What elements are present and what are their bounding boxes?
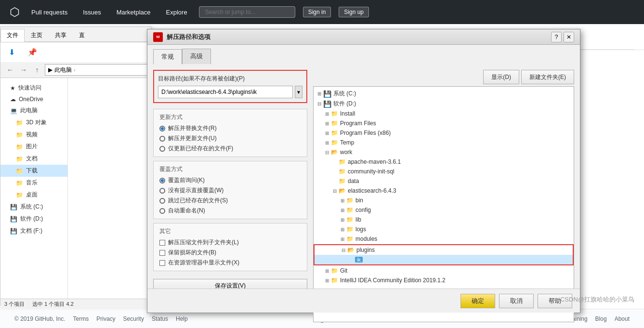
- tree-item-ik[interactable]: ⊞ ik: [315, 255, 573, 264]
- target-path-input[interactable]: [158, 86, 293, 98]
- other-option-2-label: 在资源管理器中显示文件(X): [168, 259, 239, 267]
- update-option-1-label: 解压并更新文件(U): [168, 134, 217, 143]
- tree-expander-plugins[interactable]: ⊟: [340, 246, 347, 254]
- tree-item-install[interactable]: ⊞ 📁 Install: [314, 109, 574, 118]
- sidebar-onedrive-label: OneDrive: [19, 96, 43, 103]
- gh-nav-marketplace[interactable]: Marketplace: [113, 7, 155, 18]
- dialog-tab-general[interactable]: 常规: [153, 49, 182, 65]
- tree-item-community-sql[interactable]: ⊞ 📁 community-init-sql: [314, 167, 574, 176]
- tree-expander-config[interactable]: ⊞: [339, 206, 346, 214]
- sidebar-item-f-drive[interactable]: 💾 文档 (F:): [0, 225, 67, 237]
- footer-blog[interactable]: Blog: [595, 315, 607, 322]
- tree-expander-d[interactable]: ⊟: [315, 100, 323, 108]
- tree-expander-temp[interactable]: ⊞: [323, 139, 331, 146]
- dialog-close-btn[interactable]: ✕: [564, 32, 574, 42]
- overwrite-option-2[interactable]: 跳过已经存在的文件(S): [159, 197, 301, 205]
- other-checkbox-2: [159, 260, 165, 266]
- fe-tab-file[interactable]: 文件: [0, 29, 25, 42]
- sidebar-item-this-pc[interactable]: 💻 此电脑: [0, 105, 67, 117]
- fe-address-bar[interactable]: ▶ 此电脑 ›: [45, 64, 147, 76]
- sidebar-item-docs[interactable]: 📁 文档: [0, 153, 67, 165]
- tree-expander-work[interactable]: ⊟: [323, 148, 331, 156]
- cancel-btn[interactable]: 取消: [499, 294, 534, 308]
- tree-item-plugins[interactable]: ⊟ 📂 plugins: [315, 245, 573, 255]
- other-option-2[interactable]: 在资源管理器中显示文件(X): [159, 259, 301, 267]
- gh-nav-explore[interactable]: Explore: [162, 7, 191, 18]
- update-option-2[interactable]: 仅更新已经存在的文件(F): [159, 144, 301, 153]
- fe-tab-view[interactable]: 直: [73, 29, 91, 41]
- footer-privacy[interactable]: Privacy: [96, 315, 115, 322]
- overwrite-option-1[interactable]: 没有提示直接覆盖(W): [159, 186, 301, 195]
- tree-expander-modules[interactable]: ⊞: [339, 235, 346, 243]
- sidebar-item-pictures[interactable]: 📁 图片: [0, 141, 67, 153]
- fe-download-btn[interactable]: ⬇: [4, 45, 19, 59]
- tree-expander-git[interactable]: ⊞: [323, 267, 331, 275]
- overwrite-section-title: 覆盖方式: [159, 165, 301, 173]
- github-search-input[interactable]: [199, 6, 295, 18]
- gh-nav-issues[interactable]: Issues: [79, 7, 105, 18]
- tree-expander-logs[interactable]: ⊞: [339, 225, 346, 233]
- fe-forward-btn[interactable]: →: [18, 64, 29, 76]
- tree-view-panel[interactable]: ⊞ 💾 系统 (C:) ⊟ 💾 软件 (D:) ⊞ 📁: [313, 86, 574, 322]
- tree-expander-es[interactable]: ⊟: [331, 187, 339, 195]
- fe-tab-share[interactable]: 共享: [49, 29, 73, 41]
- sidebar-item-desktop[interactable]: 📁 桌面: [0, 189, 67, 201]
- sidebar-item-c-drive[interactable]: 💾 系统 (C:): [0, 201, 67, 213]
- confirm-btn[interactable]: 确定: [460, 294, 495, 308]
- path-dropdown-btn[interactable]: ▼: [295, 86, 302, 98]
- gh-signin-btn[interactable]: Sign in: [303, 7, 331, 17]
- sidebar-item-quick-access[interactable]: ★ 快速访问: [0, 82, 67, 94]
- dialog-tab-advanced[interactable]: 高级: [182, 49, 211, 64]
- tree-item-program-files[interactable]: ⊞ 📁 Program Files: [314, 118, 574, 128]
- tree-item-d-drive[interactable]: ⊟ 💾 软件 (D:): [314, 99, 574, 109]
- new-folder-btn[interactable]: 新建文件夹(E): [521, 70, 574, 84]
- tree-expander-pfx86[interactable]: ⊞: [323, 129, 331, 137]
- tree-item-config[interactable]: ⊞ 📁 config: [314, 205, 574, 215]
- fe-tab-home[interactable]: 主页: [25, 29, 49, 41]
- update-option-0[interactable]: 解压并替换文件(R): [159, 124, 301, 132]
- tree-item-modules[interactable]: ⊞ 📁 modules: [314, 234, 574, 244]
- tree-item-temp[interactable]: ⊞ 📁 Temp: [314, 138, 574, 147]
- overwrite-section: 覆盖方式 覆盖前询问(K) 没有提示直接覆盖(W) 跳过已经存在的文件(S): [153, 161, 307, 219]
- tree-item-lib[interactable]: ⊞ 📁 lib: [314, 215, 574, 224]
- fe-up-btn[interactable]: ↑: [31, 64, 43, 76]
- footer-security[interactable]: Security: [123, 315, 144, 322]
- sidebar-item-onedrive[interactable]: ☁ OneDrive: [0, 94, 67, 105]
- tree-item-c-drive[interactable]: ⊞ 💾 系统 (C:): [314, 89, 574, 99]
- tree-expander-pf[interactable]: ⊞: [323, 119, 331, 127]
- tree-item-bin[interactable]: ⊞ 📁 bin: [314, 196, 574, 205]
- sidebar-d-drive-label: 软件 (D:): [20, 215, 43, 223]
- overwrite-option-0[interactable]: 覆盖前询问(K): [159, 176, 301, 184]
- tree-item-apache-maven[interactable]: ⊞ 📁 apache-maven-3.6.1: [314, 157, 574, 167]
- sidebar-item-downloads[interactable]: 📁 下载: [0, 165, 67, 177]
- tree-expander-lib[interactable]: ⊞: [339, 216, 346, 223]
- footer-terms[interactable]: Terms: [73, 315, 89, 322]
- dialog-help-btn[interactable]: ?: [551, 32, 562, 42]
- sidebar-item-d-drive[interactable]: 💾 软件 (D:): [0, 213, 67, 225]
- tree-expander-ij[interactable]: ⊞: [323, 276, 331, 284]
- tree-item-work[interactable]: ⊟ 📂 work: [314, 147, 574, 157]
- tree-item-logs[interactable]: ⊞ 📁 logs: [314, 224, 574, 234]
- update-option-1[interactable]: 解压并更新文件(U): [159, 134, 301, 143]
- display-btn[interactable]: 显示(D): [483, 70, 519, 84]
- fe-back-btn[interactable]: ←: [4, 64, 16, 76]
- fe-pin-btn[interactable]: 📌: [23, 45, 41, 59]
- tree-expander-install[interactable]: ⊞: [323, 110, 331, 118]
- sidebar-item-3d[interactable]: 📁 3D 对象: [0, 117, 67, 129]
- gh-signup-btn[interactable]: Sign up: [339, 7, 369, 17]
- sidebar-item-video[interactable]: 📁 视频: [0, 129, 67, 141]
- tree-item-git[interactable]: ⊞ 📁 Git: [314, 266, 574, 276]
- footer-about[interactable]: About: [615, 315, 630, 322]
- plugins-highlight-container: ⊟ 📂 plugins ⊞ ik: [314, 244, 574, 265]
- other-option-0[interactable]: 解压压缩文件到子文件夹(L): [159, 238, 301, 247]
- tree-expander-c[interactable]: ⊞: [315, 90, 323, 98]
- overwrite-option-3[interactable]: 自动重命名(N): [159, 207, 301, 215]
- tree-item-data[interactable]: ⊞ 📁 data: [314, 176, 574, 186]
- sidebar-item-music[interactable]: 📁 音乐: [0, 177, 67, 189]
- tree-item-program-files-x86[interactable]: ⊞ 📁 Program Files (x86): [314, 128, 574, 138]
- tree-expander-bin[interactable]: ⊞: [339, 197, 346, 204]
- other-option-1[interactable]: 保留损坏的文件(B): [159, 249, 301, 257]
- tree-item-elasticsearch[interactable]: ⊟ 📂 elasticsearch-6.4.3: [314, 186, 574, 196]
- tree-item-intellij[interactable]: ⊞ 📁 IntelliJ IDEA Community Edition 2019…: [314, 276, 574, 285]
- gh-nav-pulls[interactable]: Pull requests: [27, 7, 71, 18]
